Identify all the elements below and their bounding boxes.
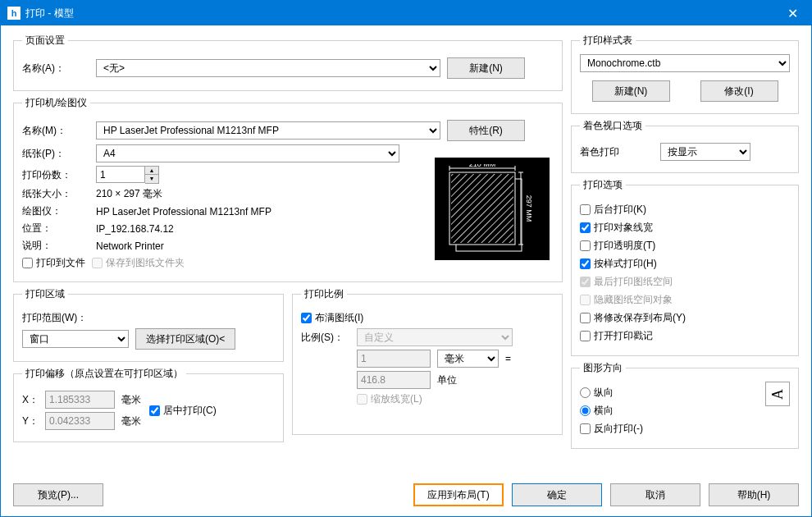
printer-name-select[interactable]: HP LaserJet Professional M1213nf MFP — [96, 121, 440, 140]
range-select[interactable]: 窗口 — [22, 330, 129, 348]
page-setup-legend: 页面设置 — [22, 34, 68, 48]
papersize-label: 纸张大小： — [22, 187, 89, 201]
copies-input[interactable] — [96, 166, 145, 183]
offset-group: 打印偏移（原点设置在可打印区域） X： 毫米 Y： — [13, 367, 284, 442]
orient-group: 图形方向 纵向 横向 反向打印(-) A — [571, 361, 799, 449]
svg-text:297 MM: 297 MM — [525, 195, 533, 222]
ratio-label: 比例(S)： — [301, 331, 350, 345]
equals-label: = — [505, 353, 511, 364]
shade-select[interactable]: 按显示 — [660, 143, 750, 161]
scale-legend: 打印比例 — [301, 287, 347, 301]
scale-lw-checkbox: 缩放线宽(L) — [357, 392, 422, 406]
paper-preview: 210 MM 297 MM — [435, 158, 550, 260]
ratio-select: 自定义 — [357, 328, 513, 346]
pagesetup-new-button[interactable]: 新建(N) — [447, 57, 525, 79]
opt-bg-checkbox[interactable]: 后台打印(K) — [580, 203, 790, 217]
opt-lw-checkbox[interactable]: 打印对象线宽 — [580, 221, 790, 235]
close-icon[interactable]: ✕ — [774, 1, 811, 25]
opt-style-checkbox[interactable]: 按样式打印(H) — [580, 257, 790, 271]
orientation-icon: A — [765, 382, 790, 406]
spinner-up-icon[interactable]: ▲ — [145, 167, 158, 175]
shade-group: 着色视口选项 着色打印 按显示 — [571, 119, 799, 173]
printer-group: 打印机/绘图仪 名称(M)： HP LaserJet Professional … — [13, 96, 563, 282]
pagesetup-name-select[interactable]: <无> — [96, 59, 440, 77]
copies-spinner[interactable]: ▲▼ — [96, 166, 159, 184]
papersize-value: 210 × 297 毫米 — [96, 187, 162, 201]
svg-text:210 MM: 210 MM — [469, 164, 496, 168]
app-icon: h — [7, 7, 21, 20]
print-to-file-checkbox[interactable]: 打印到文件 — [22, 256, 85, 270]
opt-hide-checkbox: 隐藏图纸空间对象 — [580, 293, 790, 307]
y-input — [45, 412, 115, 430]
fit-checkbox[interactable]: 布满图纸(I) — [301, 311, 363, 325]
opt-last-checkbox: 最后打印图纸空间 — [580, 275, 790, 289]
svg-rect-3 — [451, 174, 513, 243]
center-checkbox[interactable]: 居中打印(C) — [149, 404, 217, 418]
x-unit: 毫米 — [121, 393, 141, 407]
style-edit-button[interactable]: 修改(I) — [700, 80, 778, 102]
range-label: 打印范围(W)： — [22, 311, 100, 325]
titlebar: h 打印 - 模型 ✕ — [1, 1, 811, 25]
offset-legend: 打印偏移（原点设置在可打印区域） — [22, 367, 186, 381]
paper-label: 纸张(P)： — [22, 147, 89, 161]
preview-button[interactable]: 预览(P)... — [13, 483, 103, 506]
pagesetup-name-label: 名称(A)： — [22, 62, 89, 75]
orient-portrait-radio[interactable]: 纵向 — [580, 386, 757, 400]
help-button[interactable]: 帮助(H) — [709, 483, 799, 506]
printer-legend: 打印机/绘图仪 — [22, 96, 90, 110]
page-setup-group: 页面设置 名称(A)： <无> 新建(N) — [13, 34, 563, 91]
options-group: 打印选项 后台打印(K) 打印对象线宽 打印透明度(T) 按样式打印(H) 最后… — [571, 178, 799, 356]
copies-label: 打印份数： — [22, 168, 89, 182]
pick-area-button[interactable]: 选择打印区域(O)< — [135, 328, 235, 350]
print-area-group: 打印区域 打印范围(W)： 窗口 选择打印区域(O)< — [13, 287, 284, 362]
orient-landscape-radio[interactable]: 横向 — [580, 404, 757, 418]
opt-save-checkbox[interactable]: 将修改保存到布局(Y) — [580, 311, 790, 325]
save-to-folder-checkbox: 保存到图纸文件夹 — [92, 256, 185, 270]
printer-name-label: 名称(M)： — [22, 124, 89, 138]
style-legend: 打印样式表 — [580, 34, 636, 48]
plotter-label: 绘图仪： — [22, 204, 89, 218]
opt-stamp-checkbox[interactable]: 打开打印戳记 — [580, 329, 790, 343]
cancel-button[interactable]: 取消 — [610, 483, 700, 506]
orient-legend: 图形方向 — [580, 361, 626, 375]
spinner-down-icon[interactable]: ▼ — [145, 175, 158, 183]
area-legend: 打印区域 — [22, 287, 68, 301]
button-bar: 预览(P)... 应用到布局(T) 确定 取消 帮助(H) — [1, 477, 811, 516]
orient-reverse-checkbox[interactable]: 反向打印(-) — [580, 422, 757, 436]
scale-unit-select[interactable]: 毫米 — [437, 350, 499, 368]
opt-trans-checkbox[interactable]: 打印透明度(T) — [580, 239, 790, 253]
ok-button[interactable]: 确定 — [512, 483, 602, 506]
window-title: 打印 - 模型 — [25, 7, 774, 21]
scale-num2-input — [357, 371, 431, 389]
scale-num1-input — [357, 350, 431, 368]
y-label: Y： — [22, 414, 39, 428]
apply-layout-button[interactable]: 应用到布局(T) — [413, 483, 504, 506]
y-unit: 毫米 — [121, 414, 141, 428]
paper-select[interactable]: A4 — [96, 144, 399, 162]
desc-label: 说明： — [22, 239, 89, 253]
x-label: X： — [22, 393, 39, 407]
style-select[interactable]: Monochrome.ctb — [580, 54, 790, 72]
shade-legend: 着色视口选项 — [580, 119, 645, 133]
desc-value: Network Printer — [96, 240, 164, 252]
x-input — [45, 391, 115, 409]
scale-group: 打印比例 布满图纸(I) 比例(S)： 自定义 毫米 = — [292, 287, 563, 435]
location-label: 位置： — [22, 222, 89, 236]
style-group: 打印样式表 Monochrome.ctb 新建(N) 修改(I) — [571, 34, 799, 114]
scale-unit2-label: 单位 — [437, 373, 457, 387]
style-new-button[interactable]: 新建(N) — [592, 80, 670, 102]
options-legend: 打印选项 — [580, 178, 626, 192]
location-value: IP_192.168.74.12 — [96, 223, 174, 235]
printer-props-button[interactable]: 特性(R) — [447, 120, 525, 141]
plotter-value: HP LaserJet Professional M1213nf MFP — [96, 206, 271, 217]
shade-label: 着色打印 — [580, 145, 654, 159]
print-dialog: h 打印 - 模型 ✕ 页面设置 名称(A)： <无> 新建(N) 打印机/绘图… — [0, 0, 812, 517]
